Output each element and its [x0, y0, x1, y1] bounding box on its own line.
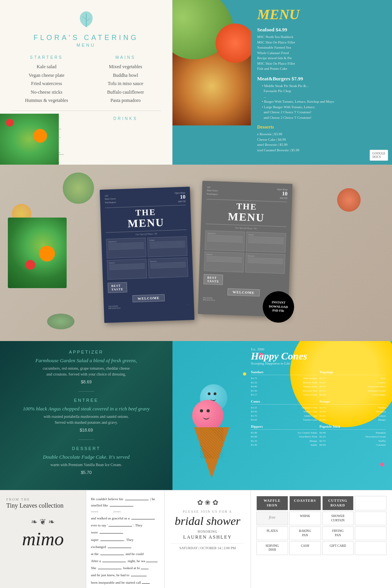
desserts-items: e Brownie | $3.99 Cheese Cake | $4.99 am… — [257, 132, 386, 153]
entree-heading: ENTRÉE — [14, 398, 158, 403]
bingo-baking-pan: BAKINGPAN — [289, 526, 321, 540]
sundaes-section: Sundaes $4.75Mud Sundae $5.25Banana Spli… — [251, 370, 317, 397]
floras-catering-card: FLORA'S CATERING MENU STARTERS Kale sala… — [0, 0, 172, 165]
bingo-whisk: WHISK — [289, 512, 321, 525]
appetizer-title: Farmhouse Garden Salad a blend of fresh … — [14, 358, 158, 364]
bingo-empty-4 — [355, 541, 387, 555]
burgers-items: • Middle Steak Pie Steak Pie &... Favour… — [257, 83, 386, 121]
bingo-gift-card: GIFT CARD — [322, 541, 354, 555]
story-lines: He couldn't believe his | he smelled lik… — [91, 496, 160, 586]
tiny-leaves-subtitle: FROM THE — [6, 497, 80, 501]
bridal-title: bridal shower — [171, 515, 244, 527]
bingo-free: free — [256, 512, 288, 525]
np-hours-left: Open Hour10AM Till — [175, 191, 186, 203]
np-subtitle-left: MENU — [105, 215, 187, 230]
icecream-cone — [184, 376, 239, 486]
entree-price: $18.69 — [14, 428, 158, 432]
seafood-items: MSC North Sea Haddock MSC Skin On Plaice… — [257, 34, 386, 72]
np-best-taste-badge: BESTTASTE — [108, 282, 127, 293]
np-welcome-box-right: WELCOME — [227, 289, 260, 297]
desserts-category: Desserts — [257, 124, 386, 130]
bingo-plates: PLATES — [256, 526, 288, 540]
story-card: He couldn't believe his | he smelled lik… — [86, 490, 165, 588]
mains-heading: MAINS — [90, 55, 162, 60]
np-address-right: 145Main StreetWashington — [207, 186, 218, 196]
floras-title: FLORA'S CATERING — [11, 34, 161, 42]
bingo-cash: CASH — [289, 541, 321, 555]
toppings-section: Toppings $2.75Nuts $4.99Candies $4.99Cho… — [319, 370, 386, 397]
newspaper-section: 145Main StreetWashington Open Hour10AM T… — [0, 165, 392, 341]
drinks-items — [90, 124, 162, 132]
dessert-title: Double Chocolate Fudge Cake. It's served — [14, 454, 158, 460]
bingo-grid: WAFFLEIRON COASTERS CUTTINGBOARD free WH… — [256, 496, 387, 555]
bingo-header-1: WAFFLEIRON — [256, 496, 288, 510]
bridal-honoree: LAUREN ASHLEY — [171, 534, 244, 540]
newspaper-cards: 145Main StreetWashington Open Hour10AM T… — [102, 186, 290, 319]
cones-section: Cones $3.25Original Cone $4.50Waffle Con… — [251, 399, 317, 422]
newspaper-card-left: 145Main StreetWashington Open Hour10AM T… — [100, 187, 194, 323]
np-subtitle-right: MENU — [206, 209, 287, 225]
dessert-heading: DESSERT — [14, 446, 158, 451]
bridal-date: SATURDAY | OCTOBER 14 | 2:00 PM — [171, 543, 244, 550]
appetizer-heading: APPETIZER — [14, 350, 158, 354]
np-welcome-box: WELCOME — [132, 294, 165, 303]
tiny-leaves-card: FROM THE Tiny Leaves collection ❧ ❦ ❧ mi… — [0, 490, 86, 588]
appetizer-price: $8.69 — [14, 379, 158, 384]
newspaper-card-right: 145Main StreetWashington Open Hour10AM T… — [198, 181, 292, 317]
burgers-category: Meat&Burgers $7.99 — [257, 76, 386, 82]
entree-desc: with roasted portabella mushrooms and sa… — [14, 414, 158, 425]
np-delivery: DELIVERY098 3654 2014 — [109, 305, 120, 309]
bingo-card: WAFFLEIRON COASTERS CUTTINGBOARD free WH… — [251, 490, 392, 588]
popsicle-section: Popsicle Stick $4.99Pumpkin $5.25Strawbe… — [319, 425, 386, 447]
ic-brand: Est. 2000 Happy Cones Scooping Happiness… — [251, 347, 386, 368]
seafood-card: MENU Seafood $4.99 MSC North Sea Haddock… — [172, 0, 392, 165]
bingo-empty-2 — [355, 512, 387, 525]
bingo-frying-pan: FRYINGPAN — [322, 526, 354, 540]
bridal-honoring-label: HONORING — [171, 530, 244, 534]
drinks-heading: DRINKS — [90, 116, 162, 121]
instant-download-badge: INSTANTDOWNLOADPSD File — [262, 291, 295, 323]
mains-items: Mixed vegetablesBuddha bowlTofu in miso … — [90, 63, 162, 105]
restaurant-card: APPETIZER Farmhouse Garden Salad a blend… — [0, 341, 172, 490]
dessert-price: $5.70 — [14, 470, 158, 475]
bridal-join-text: PLEASE JOIN US FOR A — [171, 510, 244, 514]
np-best-taste-badge-right: BESTTASTE — [203, 274, 223, 285]
bridal-floral-icon: ✿ ❀ ✿ — [171, 498, 244, 507]
bingo-empty-1 — [355, 496, 387, 510]
entree-section: ENTRÉE 100% black Angus chopped steak co… — [14, 398, 158, 432]
bingo-serving-dish: SERVINGDISH — [256, 541, 288, 555]
dippers-section: Dippers $5.99Ice Cookie Aduki $4.99Aloe/… — [251, 425, 317, 447]
bridal-card: ✿ ❀ ✿ PLEASE JOIN US FOR A bridal shower… — [165, 490, 251, 588]
icecream-card: Est. 2000 Happy Cones Scooping Happiness… — [172, 341, 392, 490]
starters-items: Kale saladVegan cheese plateFried waterc… — [11, 63, 82, 105]
bingo-header-2: COASTERS — [289, 496, 321, 510]
scoops-section: Scoops $3.75Vanilla $3.99Tiramisu $4.25L… — [319, 399, 386, 422]
tiny-leaves-font-name: mimo — [6, 530, 80, 548]
np-address-left: 145Main StreetWashington — [105, 194, 116, 204]
dessert-section: DESSERT Double Chocolate Fudge Cake. It'… — [14, 446, 158, 475]
middle-salad-image — [8, 218, 67, 288]
appetizer-desc: cucumbers, red onions, grape tomatoes, c… — [14, 365, 158, 377]
floras-subtitle: MENU — [11, 43, 161, 47]
np-hours-right: Open Hour10AM Till — [277, 188, 288, 200]
tiny-leaves-title: Tiny Leaves collection — [6, 502, 80, 509]
seafood-category: Seafood $4.99 — [257, 27, 386, 33]
bingo-empty-3 — [355, 526, 387, 540]
bingo-header-3: CUTTINGBOARD — [322, 496, 354, 510]
dessert-desc: warm with Premium Vanilla Bean Ice Cream… — [14, 462, 158, 468]
np-delivery-right: DELIVERY098 3654 2014 — [203, 297, 215, 301]
entree-title: 100% black Angus chopped steak covered i… — [14, 406, 158, 412]
appetizer-section: APPETIZER Farmhouse Garden Salad a blend… — [14, 350, 158, 384]
seafood-menu-title: MENU — [257, 6, 386, 23]
gdocs-badge: GOOGLEDOCS — [370, 150, 388, 161]
starters-heading: STARTERS — [11, 55, 82, 60]
bingo-shower-curtain: SHOWERCURTAIN — [322, 512, 354, 525]
floras-leaf-icon — [11, 9, 161, 31]
tiny-leaves-floral-icon: ❧ ❦ ❧ — [6, 517, 80, 526]
